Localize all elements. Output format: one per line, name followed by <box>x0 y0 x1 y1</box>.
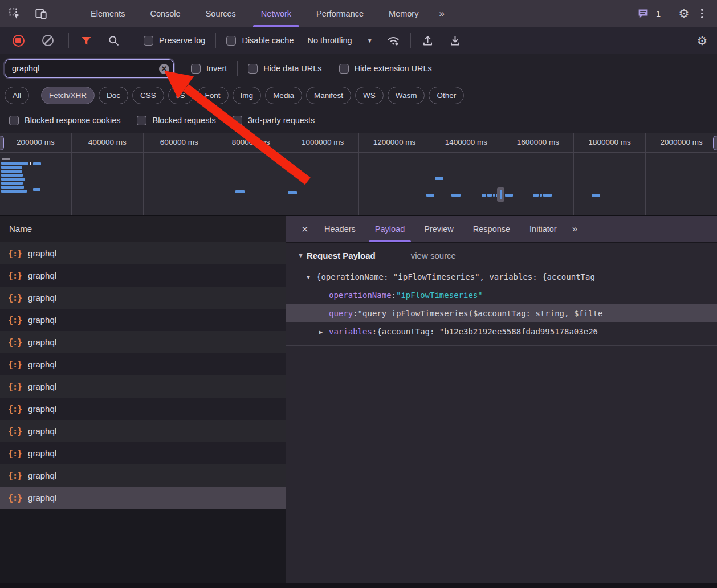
hide-extension-urls-checkbox[interactable] <box>339 64 349 74</box>
waterfall-bar[interactable] <box>543 194 552 197</box>
export-har-button[interactable] <box>446 31 465 50</box>
waterfall-bar[interactable] <box>1 174 23 177</box>
more-options-button[interactable] <box>693 5 711 23</box>
waterfall-bar[interactable] <box>33 188 40 191</box>
issues-button[interactable] <box>634 5 653 23</box>
filter-toggle-button[interactable] <box>77 31 95 50</box>
waterfall-bar[interactable] <box>426 194 434 197</box>
import-har-button[interactable] <box>419 31 437 50</box>
filter-input[interactable] <box>5 59 174 78</box>
more-panels-button[interactable]: » <box>431 0 451 27</box>
tab-memory[interactable]: Memory <box>376 0 431 27</box>
hide-data-urls-checkbox[interactable] <box>248 64 258 74</box>
chip-other[interactable]: Other <box>429 87 464 104</box>
detail-tab-response[interactable]: Response <box>463 216 520 242</box>
request-row[interactable]: {:}graphql <box>0 398 286 420</box>
tab-elements[interactable]: Elements <box>78 0 137 27</box>
waterfall-bar[interactable] <box>493 194 495 197</box>
chip-font[interactable]: Font <box>197 87 229 104</box>
selected-request-marker[interactable] <box>497 187 504 202</box>
waterfall-bar[interactable] <box>288 191 297 194</box>
request-row[interactable]: {:}graphql <box>0 264 286 287</box>
throttling-select[interactable]: No throttling ▼ <box>307 36 372 45</box>
collapse-triangle-icon[interactable]: ▼ <box>298 252 304 259</box>
tab-network[interactable]: Network <box>248 0 304 27</box>
waterfall-bar[interactable] <box>2 158 10 160</box>
waterfall-bar[interactable] <box>33 162 41 165</box>
waterfall-bar[interactable] <box>1 178 25 181</box>
inspect-element-button[interactable] <box>6 5 24 23</box>
request-row[interactable]: {:}graphql <box>0 375 286 398</box>
waterfall-bar[interactable] <box>1 182 23 185</box>
search-button[interactable] <box>104 31 123 50</box>
payload-entry-row[interactable]: ▶variables: {accountTag: "b12e3b2192ee55… <box>286 322 717 341</box>
record-network-log-button[interactable] <box>9 31 27 50</box>
clear-network-log-button[interactable] <box>39 31 57 50</box>
network-settings-button[interactable]: ⚙ <box>693 31 711 50</box>
network-conditions-button[interactable] <box>384 31 402 50</box>
waterfall-bar[interactable] <box>1 186 24 189</box>
request-row[interactable]: {:}graphql <box>0 464 286 487</box>
request-row[interactable]: {:}graphql <box>0 309 286 331</box>
tab-sources[interactable]: Sources <box>193 0 248 27</box>
waterfall-bar[interactable] <box>1 190 27 193</box>
request-row[interactable]: {:}graphql <box>0 442 286 464</box>
waterfall-bar[interactable] <box>451 194 461 197</box>
blocked-requests-checkbox[interactable] <box>137 116 146 125</box>
view-source-link[interactable]: view source <box>411 251 456 260</box>
chip-css[interactable]: CSS <box>132 87 164 104</box>
chip-js[interactable]: JS <box>168 87 193 104</box>
waterfall-bar[interactable] <box>487 194 492 197</box>
close-detail-button[interactable]: × <box>295 216 315 242</box>
chip-img[interactable]: Img <box>233 87 262 104</box>
tab-performance[interactable]: Performance <box>304 0 376 27</box>
waterfall-bar[interactable] <box>435 177 443 180</box>
collapsed-triangle-icon[interactable]: ▶ <box>319 329 329 335</box>
detail-tab-headers[interactable]: Headers <box>315 216 365 242</box>
detail-tab-preview[interactable]: Preview <box>414 216 463 242</box>
waterfall-bar[interactable] <box>1 162 28 165</box>
chip-manifest[interactable]: Manifest <box>306 87 351 104</box>
waterfall-bar[interactable] <box>30 162 31 165</box>
chip-doc[interactable]: Doc <box>99 87 128 104</box>
expanded-triangle-icon[interactable]: ▼ <box>307 274 316 280</box>
more-detail-tabs-button[interactable]: » <box>567 216 582 242</box>
waterfall-bar[interactable] <box>592 194 600 197</box>
waterfall-bar[interactable] <box>235 190 245 193</box>
chip-wasm[interactable]: Wasm <box>388 87 425 104</box>
name-column-header[interactable]: Name <box>0 216 286 242</box>
payload-entry-row[interactable]: query: "query ipFlowTimeseries($accountT… <box>286 304 717 322</box>
blocked-response-cookies-checkbox[interactable] <box>9 116 19 125</box>
waterfall-bar[interactable] <box>482 194 486 197</box>
detail-tab-initiator[interactable]: Initiator <box>520 216 567 242</box>
request-row[interactable]: {:}graphql <box>0 242 286 264</box>
settings-button[interactable]: ⚙ <box>675 5 693 23</box>
payload-root-row[interactable]: ▼ {operationName: "ipFlowTimeseries", va… <box>286 268 717 286</box>
chip-media[interactable]: Media <box>265 87 302 104</box>
tab-console[interactable]: Console <box>137 0 193 27</box>
waterfall-bar[interactable] <box>1 166 22 169</box>
request-row[interactable]: {:}graphql <box>0 420 286 442</box>
waterfall-bar[interactable] <box>540 194 542 197</box>
payload-entry-row[interactable]: operationName: "ipFlowTimeseries" <box>286 286 717 304</box>
invert-checkbox[interactable] <box>191 64 201 74</box>
preserve-log-checkbox[interactable] <box>144 36 153 46</box>
waterfall-bar[interactable] <box>505 194 513 197</box>
chip-all[interactable]: All <box>5 87 29 104</box>
timeline-right-handle[interactable] <box>713 136 717 150</box>
request-row[interactable]: {:}graphql <box>0 287 286 309</box>
request-row[interactable]: {:}graphql <box>0 331 286 353</box>
chip-fetch-xhr[interactable]: Fetch/XHR <box>41 87 95 104</box>
waterfall-bar[interactable] <box>533 194 539 197</box>
3rd-party-requests-checkbox[interactable] <box>233 116 242 125</box>
chip-ws[interactable]: WS <box>355 87 384 104</box>
device-toolbar-button[interactable] <box>32 5 50 23</box>
request-row[interactable]: {:}graphql <box>0 487 286 509</box>
detail-tab-payload[interactable]: Payload <box>365 216 414 242</box>
request-row[interactable]: {:}graphql <box>0 353 286 375</box>
waterfall-bar[interactable] <box>1 170 22 173</box>
disable-cache-checkbox[interactable] <box>226 36 236 46</box>
clear-filter-icon[interactable]: ✕ <box>159 64 169 74</box>
timeline-left-handle[interactable] <box>0 136 4 150</box>
network-overview-timeline[interactable]: 200000 ms400000 ms600000 ms800000 ms1000… <box>0 133 717 216</box>
